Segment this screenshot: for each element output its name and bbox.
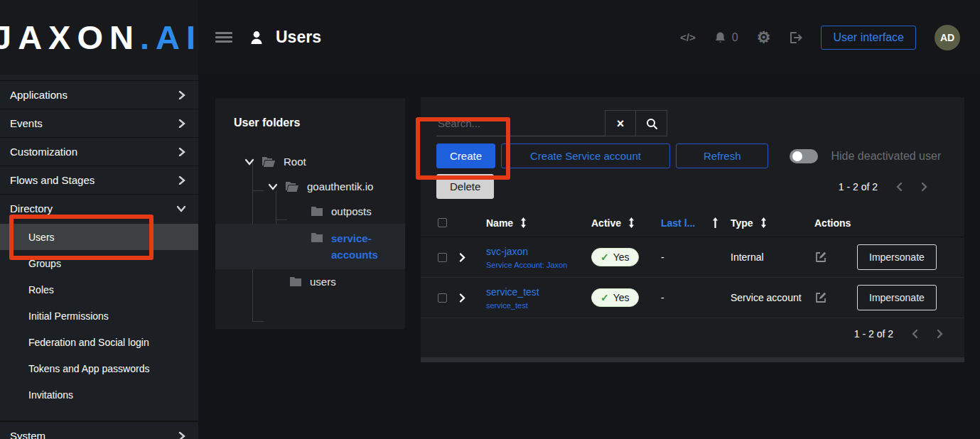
sidebar-item-label: Customization (10, 146, 77, 158)
refresh-button[interactable]: Refresh (676, 143, 769, 168)
folder-icon (290, 277, 301, 286)
column-label: Type (731, 217, 753, 229)
table-toolbar: × Create Create Service account Refresh … (421, 110, 964, 199)
column-header-actions: Actions (814, 217, 964, 229)
sidebar-item-invitations[interactable]: Invitations (0, 381, 198, 408)
user-folders-title: User folders (215, 98, 405, 129)
bell-icon (714, 31, 726, 44)
column-header-name[interactable]: Name (486, 217, 591, 229)
folder-label[interactable]: Root (284, 156, 306, 168)
edit-user-button[interactable] (814, 251, 827, 264)
sidebar-item-label: Initial Permissions (28, 310, 109, 322)
user-interface-button[interactable]: User interface (821, 26, 916, 50)
column-header-active[interactable]: Active (591, 217, 661, 229)
search-button[interactable] (636, 110, 667, 136)
page-header: Users (248, 28, 321, 47)
sidebar-item-initial-permissions[interactable]: Initial Permissions (0, 303, 198, 329)
expand-row-icon[interactable] (459, 253, 486, 262)
sidebar: JAXON.AI Applications Events Customizati… (0, 0, 198, 439)
chevron-right-icon (178, 432, 185, 439)
sidebar-item-federation-and-social-login[interactable]: Federation and Social login (0, 329, 198, 355)
folder-label[interactable]: users (310, 276, 336, 288)
hamburger-menu-icon[interactable] (215, 30, 232, 45)
folder-label-selected[interactable]: service-accounts (331, 230, 397, 263)
folder-row-goauthentik[interactable]: goauthentik.io (215, 174, 405, 199)
api-code-icon[interactable]: </> (680, 31, 696, 43)
folder-row-outposts[interactable]: outposts (215, 199, 405, 224)
select-all-checkbox[interactable] (438, 218, 447, 227)
active-status-badge: ✓ Yes (591, 288, 639, 307)
pagination-next-icon[interactable] (921, 183, 927, 191)
column-label: Active (591, 217, 621, 229)
sidebar-item-tokens-and-app-passwords[interactable]: Tokens and App passwords (0, 355, 198, 381)
folder-row-service-accounts[interactable]: service-accounts (215, 224, 405, 269)
folder-row-users[interactable]: users (215, 269, 405, 294)
column-header-last-login[interactable]: Last l... (661, 217, 731, 229)
logout-icon[interactable] (789, 31, 802, 44)
sidebar-item-flows-and-stages[interactable]: Flows and Stages (0, 166, 198, 194)
user-sublabel[interactable]: service_test (486, 301, 591, 310)
search-input[interactable] (436, 110, 605, 136)
create-service-account-button[interactable]: Create Service account (501, 143, 670, 168)
user-link[interactable]: service_test (486, 286, 591, 298)
sidebar-item-label: System (10, 430, 45, 439)
edit-icon (814, 251, 827, 264)
sidebar-item-customization[interactable]: Customization (0, 137, 198, 166)
user-name-cell: service_test service_test (486, 286, 591, 310)
folder-label[interactable]: goauthentik.io (307, 180, 373, 193)
folder-label[interactable]: outposts (331, 205, 372, 217)
pagination-prev-icon[interactable] (896, 183, 903, 191)
topbar-actions: </> 0 ⚙ User interface AD (680, 25, 980, 50)
users-table-panel: × Create Create Service account Refresh … (421, 97, 964, 362)
clear-search-button[interactable]: × (605, 110, 636, 136)
pagination-label: 1 - 2 of 2 (854, 328, 893, 340)
sidebar-item-events[interactable]: Events (0, 109, 198, 137)
expand-row-icon[interactable] (459, 293, 486, 303)
chevron-down-icon[interactable] (269, 183, 277, 190)
create-button[interactable]: Create (436, 143, 495, 168)
column-header-type[interactable]: Type (731, 217, 814, 229)
action-buttons-row: Create Create Service account Refresh Hi… (436, 143, 949, 168)
edit-user-button[interactable] (814, 291, 827, 304)
folder-tree: Root goauthentik.io outposts service-acc… (215, 149, 405, 294)
chevron-down-icon[interactable] (245, 158, 254, 166)
row-checkbox[interactable] (438, 253, 447, 262)
sidebar-item-label: Flows and Stages (10, 174, 95, 186)
notifications-bell[interactable]: 0 (714, 31, 738, 44)
sidebar-item-label: Federation and Social login (28, 337, 149, 348)
sidebar-item-groups[interactable]: Groups (0, 250, 198, 276)
row-checkbox[interactable] (438, 293, 447, 303)
column-label: Actions (814, 217, 851, 229)
sidebar-item-label: Roles (28, 284, 54, 296)
gear-icon[interactable]: ⚙ (757, 30, 771, 45)
folder-open-icon (286, 182, 298, 192)
impersonate-button[interactable]: Impersonate (857, 244, 937, 270)
delete-button[interactable]: Delete (436, 174, 494, 199)
sidebar-item-directory[interactable]: Directory (0, 194, 198, 222)
horizontal-scrollbar[interactable] (421, 357, 964, 362)
folder-row-root[interactable]: Root (215, 149, 405, 174)
sidebar-item-label: Applications (10, 89, 68, 101)
folder-open-icon (262, 157, 275, 167)
column-label: Name (486, 217, 513, 229)
sidebar-item-system[interactable]: System (0, 421, 198, 439)
user-link[interactable]: svc-jaxon (486, 246, 591, 257)
impersonate-button[interactable]: Impersonate (857, 285, 937, 310)
hide-deactivated-toggle[interactable] (790, 149, 818, 163)
toggle-knob (792, 151, 802, 161)
last-login-cell: - (661, 251, 731, 263)
user-name-cell: svc-jaxon Service Account: Jaxon (486, 246, 591, 269)
brand-logo[interactable]: JAXON.AI (0, 0, 198, 75)
topbar: Users </> 0 ⚙ User interface AD (198, 0, 980, 75)
brand-logo-text: JAXON.AI (0, 18, 198, 57)
sort-icon (628, 217, 635, 228)
sidebar-item-applications[interactable]: Applications (0, 80, 198, 109)
user-sublabel[interactable]: Service Account: Jaxon (486, 261, 591, 269)
avatar[interactable]: AD (935, 25, 960, 50)
sidebar-item-roles[interactable]: Roles (0, 276, 198, 303)
pagination-next-icon[interactable] (937, 330, 943, 338)
chevron-right-icon (178, 119, 185, 128)
pagination-prev-icon[interactable] (912, 330, 918, 338)
chevron-right-icon (178, 148, 185, 156)
sidebar-item-users[interactable]: Users (0, 224, 198, 250)
